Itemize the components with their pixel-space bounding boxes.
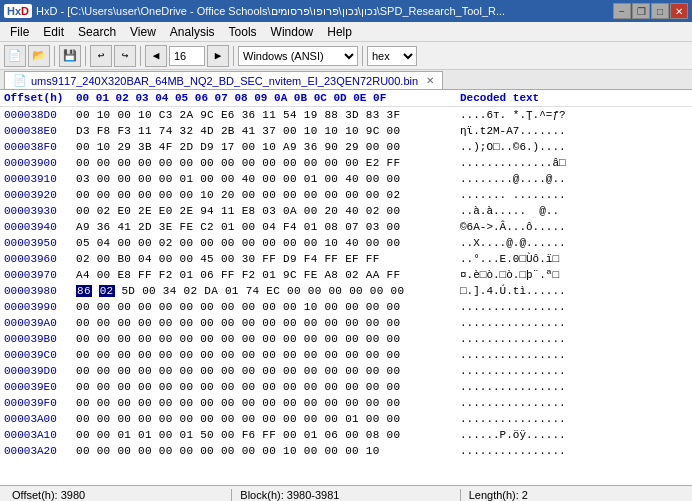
menu-file[interactable]: File (4, 24, 35, 40)
table-row[interactable]: 0000399000 00 00 00 00 00 00 00 00 00 00… (0, 299, 692, 315)
row-decoded: ................ (460, 333, 566, 345)
row-offset: 00003980 (4, 285, 76, 297)
menu-tools[interactable]: Tools (223, 24, 263, 40)
main-content: Offset(h) 00 01 02 03 04 05 06 07 08 09 … (0, 90, 692, 485)
row-offset: 00003970 (4, 269, 76, 281)
row-hex: 03 00 00 00 00 01 00 00 40 00 00 01 00 4… (76, 173, 460, 185)
new-button[interactable]: 📄 (4, 45, 26, 67)
row-offset: 00003A00 (4, 413, 76, 425)
table-row[interactable]: 000039E000 00 00 00 00 00 00 00 00 00 00… (0, 379, 692, 395)
row-hex: 05 04 00 00 02 00 00 00 00 00 00 00 10 4… (76, 237, 460, 249)
table-row[interactable]: 00003A1000 00 01 01 00 01 50 00 F6 FF 00… (0, 427, 692, 443)
row-offset: 000039D0 (4, 365, 76, 377)
row-offset: 00003A20 (4, 445, 76, 457)
row-decoded: ................ (460, 317, 566, 329)
table-row[interactable]: 000039A000 00 00 00 00 00 00 00 00 00 00… (0, 315, 692, 331)
mode-select[interactable]: hex (367, 46, 417, 66)
row-hex: 00 00 00 00 00 00 00 00 00 00 00 00 00 0… (76, 333, 460, 345)
row-hex: 00 00 00 00 00 00 00 00 00 00 00 00 00 0… (76, 317, 460, 329)
table-row[interactable]: 0000396002 00 B0 04 00 00 45 00 30 FF D9… (0, 251, 692, 267)
row-decoded: ..à.à..... @.. (460, 205, 559, 217)
table-row[interactable]: 0000391003 00 00 00 00 01 00 00 40 00 00… (0, 171, 692, 187)
title-text: HxD - [C:\Users\user\OneDrive - Office S… (36, 5, 505, 18)
row-hex: 00 00 00 00 00 00 00 00 00 00 00 00 00 0… (76, 397, 460, 409)
table-row[interactable]: 000038E0D3 F8 F3 11 74 32 4D 2B 41 37 00… (0, 123, 692, 139)
table-row[interactable]: 000038F000 10 29 3B 4F 2D D9 17 00 10 A9… (0, 139, 692, 155)
table-row[interactable]: 00003A0000 00 00 00 00 00 00 00 00 00 00… (0, 411, 692, 427)
row-offset: 000039C0 (4, 349, 76, 361)
offset-input[interactable] (169, 46, 205, 66)
table-row[interactable]: 00003940A9 36 41 2D 3E FE C2 01 00 04 F4… (0, 219, 692, 235)
table-row[interactable]: 000039F000 00 00 00 00 00 00 00 00 00 00… (0, 395, 692, 411)
minimize-button[interactable]: − (613, 3, 631, 19)
row-offset: 00003990 (4, 301, 76, 313)
row-offset: 00003930 (4, 205, 76, 217)
row-decoded: ©6A->.Â...ô..... (460, 221, 566, 233)
row-hex: 00 02 E0 2E E0 2E 94 11 E8 03 0A 00 20 4… (76, 205, 460, 217)
row-decoded: ................ (460, 445, 566, 457)
forward-button[interactable]: ▶ (207, 45, 229, 67)
table-row[interactable]: 000039B000 00 00 00 00 00 00 00 00 00 00… (0, 331, 692, 347)
row-decoded: ..X....@.@...... (460, 237, 566, 249)
row-hex: 00 00 00 00 00 00 00 00 00 00 00 00 00 0… (76, 157, 460, 169)
restore-button[interactable]: ❐ (632, 3, 650, 19)
title-bar-left: HxD HxD - [C:\Users\user\OneDrive - Offi… (4, 4, 505, 18)
maximize-button[interactable]: □ (651, 3, 669, 19)
encoding-select[interactable]: Windows (ANSI) (238, 46, 358, 66)
row-decoded: ¤.è□ò.□ò.□þ¨.ª□ (460, 269, 559, 281)
row-decoded: ................ (460, 413, 566, 425)
table-row[interactable]: 000038D000 10 00 10 C3 2A 9C E6 36 11 54… (0, 107, 692, 123)
redo-button[interactable]: ↪ (114, 45, 136, 67)
row-hex: D3 F8 F3 11 74 32 4D 2B 41 37 00 10 10 1… (76, 125, 460, 137)
menu-search[interactable]: Search (72, 24, 122, 40)
row-hex: 00 00 00 00 00 00 00 00 00 00 00 00 00 0… (76, 349, 460, 361)
row-offset: 00003940 (4, 221, 76, 233)
file-close-icon[interactable]: ✕ (426, 75, 434, 86)
save-button[interactable]: 💾 (59, 45, 81, 67)
status-length: Length(h): 2 (461, 489, 688, 501)
title-bar-controls: − ❐ □ ✕ (613, 3, 688, 19)
table-row[interactable]: 0000393000 02 E0 2E E0 2E 94 11 E8 03 0A… (0, 203, 692, 219)
row-hex: 00 00 00 00 00 00 10 20 00 00 00 00 00 0… (76, 189, 460, 201)
table-row[interactable]: 000039D000 00 00 00 00 00 00 00 00 00 00… (0, 363, 692, 379)
menu-view[interactable]: View (124, 24, 162, 40)
toolbar-separator-2 (85, 46, 86, 66)
file-tab-item[interactable]: 📄 ums9117_240X320BAR_64MB_NQ2_BD_SEC_nvi… (4, 71, 443, 89)
offset-header: Offset(h) (4, 92, 76, 104)
table-row[interactable]: 0000395005 04 00 00 02 00 00 00 00 00 00… (0, 235, 692, 251)
table-row[interactable]: 0000392000 00 00 00 00 00 10 20 00 00 00… (0, 187, 692, 203)
menu-help[interactable]: Help (321, 24, 358, 40)
status-offset: Offset(h): 3980 (4, 489, 232, 501)
menu-window[interactable]: Window (265, 24, 320, 40)
status-bar: Offset(h): 3980 Block(h): 3980-3981 Leng… (0, 485, 692, 501)
status-block: Block(h): 3980-3981 (232, 489, 460, 501)
close-button[interactable]: ✕ (670, 3, 688, 19)
toolbar: 📄 📂 💾 ↩ ↪ ◀ ▶ Windows (ANSI) hex (0, 42, 692, 70)
table-row[interactable]: 0000390000 00 00 00 00 00 00 00 00 00 00… (0, 155, 692, 171)
row-decoded: ................ (460, 301, 566, 313)
row-decoded: ................ (460, 381, 566, 393)
row-offset: 00003960 (4, 253, 76, 265)
table-row[interactable]: 0000398086 02 5D 00 34 02 DA 01 74 EC 00… (0, 283, 692, 299)
table-row[interactable]: 00003A2000 00 00 00 00 00 00 00 00 00 10… (0, 443, 692, 459)
row-offset: 000038D0 (4, 109, 76, 121)
menu-bar: File Edit Search View Analysis Tools Win… (0, 22, 692, 42)
row-hex: 00 00 00 00 00 00 00 00 00 00 00 00 00 0… (76, 365, 460, 377)
open-button[interactable]: 📂 (28, 45, 50, 67)
table-row[interactable]: 000039C000 00 00 00 00 00 00 00 00 00 00… (0, 347, 692, 363)
back-button[interactable]: ◀ (145, 45, 167, 67)
menu-analysis[interactable]: Analysis (164, 24, 221, 40)
row-decoded: ..);O□..©6.).... (460, 141, 566, 153)
row-offset: 000039B0 (4, 333, 76, 345)
row-decoded: ................ (460, 365, 566, 377)
row-decoded: ........@....@.. (460, 173, 566, 185)
row-decoded: ......P.öÿ...... (460, 429, 566, 441)
menu-edit[interactable]: Edit (37, 24, 70, 40)
undo-button[interactable]: ↩ (90, 45, 112, 67)
title-bar: HxD HxD - [C:\Users\user\OneDrive - Offi… (0, 0, 692, 22)
file-tab-name: ums9117_240X320BAR_64MB_NQ2_BD_SEC_nvite… (31, 75, 418, 87)
row-offset: 000039A0 (4, 317, 76, 329)
hex-rows: 000038D000 10 00 10 C3 2A 9C E6 36 11 54… (0, 107, 692, 459)
app-icon: HxD (4, 4, 32, 18)
table-row[interactable]: 00003970A4 00 E8 FF F2 01 06 FF F2 01 9C… (0, 267, 692, 283)
